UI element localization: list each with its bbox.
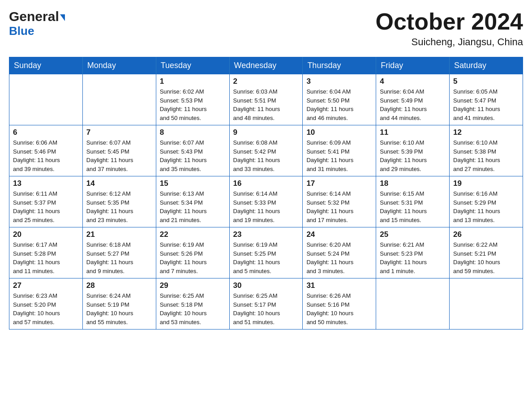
calendar-cell: 24Sunrise: 6:20 AMSunset: 5:24 PMDayligh… (303, 227, 376, 278)
day-number: 29 (160, 281, 226, 290)
day-info: Sunrise: 6:24 AMSunset: 5:19 PMDaylight:… (86, 291, 152, 326)
calendar-title: October 2024 (376, 9, 523, 34)
calendar-cell: 1Sunrise: 6:02 AMSunset: 5:53 PMDaylight… (156, 74, 229, 125)
calendar-cell: 14Sunrise: 6:12 AMSunset: 5:35 PMDayligh… (82, 176, 156, 227)
weekday-header-tuesday: Tuesday (156, 57, 229, 74)
weekday-header-monday: Monday (82, 57, 156, 74)
week-row-5: 27Sunrise: 6:23 AMSunset: 5:20 PMDayligh… (9, 278, 523, 330)
day-number: 16 (233, 179, 299, 188)
week-row-3: 13Sunrise: 6:11 AMSunset: 5:37 PMDayligh… (9, 176, 523, 227)
day-info: Sunrise: 6:25 AMSunset: 5:17 PMDaylight:… (233, 291, 299, 326)
calendar-cell: 12Sunrise: 6:10 AMSunset: 5:38 PMDayligh… (450, 125, 523, 176)
day-number: 24 (306, 230, 372, 239)
day-number: 6 (13, 128, 79, 137)
calendar-cell: 28Sunrise: 6:24 AMSunset: 5:19 PMDayligh… (82, 278, 156, 330)
day-info: Sunrise: 6:18 AMSunset: 5:27 PMDaylight:… (86, 240, 152, 275)
day-info: Sunrise: 6:10 AMSunset: 5:38 PMDaylight:… (453, 138, 519, 173)
day-number: 20 (13, 230, 79, 239)
day-number: 30 (233, 281, 299, 290)
calendar-cell: 13Sunrise: 6:11 AMSunset: 5:37 PMDayligh… (9, 176, 83, 227)
day-number: 18 (380, 179, 446, 188)
day-number: 13 (13, 179, 79, 188)
day-info: Sunrise: 6:20 AMSunset: 5:24 PMDaylight:… (306, 240, 372, 275)
day-info: Sunrise: 6:15 AMSunset: 5:31 PMDaylight:… (380, 189, 446, 224)
day-number: 31 (306, 281, 372, 290)
logo-blue-text: Blue (9, 24, 34, 38)
logo-general-text: General (9, 9, 59, 24)
day-info: Sunrise: 6:19 AMSunset: 5:26 PMDaylight:… (160, 240, 226, 275)
week-row-2: 6Sunrise: 6:06 AMSunset: 5:46 PMDaylight… (9, 125, 523, 176)
day-info: Sunrise: 6:17 AMSunset: 5:28 PMDaylight:… (13, 240, 79, 275)
weekday-header-wednesday: Wednesday (229, 57, 303, 74)
day-info: Sunrise: 6:26 AMSunset: 5:16 PMDaylight:… (306, 291, 372, 326)
day-number: 7 (86, 128, 152, 137)
calendar-cell: 30Sunrise: 6:25 AMSunset: 5:17 PMDayligh… (229, 278, 303, 330)
day-info: Sunrise: 6:06 AMSunset: 5:46 PMDaylight:… (13, 138, 79, 173)
day-number: 5 (453, 77, 519, 86)
calendar-cell: 10Sunrise: 6:09 AMSunset: 5:41 PMDayligh… (303, 125, 376, 176)
calendar-table: SundayMondayTuesdayWednesdayThursdayFrid… (9, 57, 523, 330)
day-info: Sunrise: 6:22 AMSunset: 5:21 PMDaylight:… (453, 240, 519, 275)
day-info: Sunrise: 6:16 AMSunset: 5:29 PMDaylight:… (453, 189, 519, 224)
calendar-cell (82, 74, 156, 125)
title-block: October 2024 Suicheng, Jiangsu, China (376, 9, 523, 48)
day-number: 15 (160, 179, 226, 188)
day-info: Sunrise: 6:08 AMSunset: 5:42 PMDaylight:… (233, 138, 299, 173)
weekday-header-row: SundayMondayTuesdayWednesdayThursdayFrid… (9, 57, 523, 74)
calendar-cell: 16Sunrise: 6:14 AMSunset: 5:33 PMDayligh… (229, 176, 303, 227)
day-info: Sunrise: 6:04 AMSunset: 5:50 PMDaylight:… (306, 87, 372, 122)
calendar-cell (376, 278, 450, 330)
calendar-cell: 29Sunrise: 6:25 AMSunset: 5:18 PMDayligh… (156, 278, 229, 330)
day-number: 14 (86, 179, 152, 188)
calendar-cell: 25Sunrise: 6:21 AMSunset: 5:23 PMDayligh… (376, 227, 450, 278)
calendar-cell: 15Sunrise: 6:13 AMSunset: 5:34 PMDayligh… (156, 176, 229, 227)
day-info: Sunrise: 6:03 AMSunset: 5:51 PMDaylight:… (233, 87, 299, 122)
calendar-cell: 2Sunrise: 6:03 AMSunset: 5:51 PMDaylight… (229, 74, 303, 125)
calendar-cell: 18Sunrise: 6:15 AMSunset: 5:31 PMDayligh… (376, 176, 450, 227)
day-info: Sunrise: 6:07 AMSunset: 5:45 PMDaylight:… (86, 138, 152, 173)
day-number: 25 (380, 230, 446, 239)
week-row-1: 1Sunrise: 6:02 AMSunset: 5:53 PMDaylight… (9, 74, 523, 125)
page-header: General Blue October 2024 Suicheng, Jian… (9, 9, 523, 48)
day-info: Sunrise: 6:19 AMSunset: 5:25 PMDaylight:… (233, 240, 299, 275)
day-number: 21 (86, 230, 152, 239)
day-info: Sunrise: 6:07 AMSunset: 5:43 PMDaylight:… (160, 138, 226, 173)
calendar-cell: 22Sunrise: 6:19 AMSunset: 5:26 PMDayligh… (156, 227, 229, 278)
day-number: 11 (380, 128, 446, 137)
weekday-header-sunday: Sunday (9, 57, 83, 74)
calendar-cell: 6Sunrise: 6:06 AMSunset: 5:46 PMDaylight… (9, 125, 83, 176)
day-number: 17 (306, 179, 372, 188)
day-number: 10 (306, 128, 372, 137)
calendar-cell: 23Sunrise: 6:19 AMSunset: 5:25 PMDayligh… (229, 227, 303, 278)
day-number: 28 (86, 281, 152, 290)
calendar-cell: 5Sunrise: 6:05 AMSunset: 5:47 PMDaylight… (450, 74, 523, 125)
calendar-cell: 27Sunrise: 6:23 AMSunset: 5:20 PMDayligh… (9, 278, 83, 330)
day-info: Sunrise: 6:04 AMSunset: 5:49 PMDaylight:… (380, 87, 446, 122)
calendar-cell: 3Sunrise: 6:04 AMSunset: 5:50 PMDaylight… (303, 74, 376, 125)
calendar-cell: 21Sunrise: 6:18 AMSunset: 5:27 PMDayligh… (82, 227, 156, 278)
day-number: 9 (233, 128, 299, 137)
calendar-cell: 19Sunrise: 6:16 AMSunset: 5:29 PMDayligh… (450, 176, 523, 227)
day-info: Sunrise: 6:23 AMSunset: 5:20 PMDaylight:… (13, 291, 79, 326)
day-info: Sunrise: 6:14 AMSunset: 5:32 PMDaylight:… (306, 189, 372, 224)
day-number: 12 (453, 128, 519, 137)
day-number: 27 (13, 281, 79, 290)
calendar-cell: 20Sunrise: 6:17 AMSunset: 5:28 PMDayligh… (9, 227, 83, 278)
calendar-cell: 4Sunrise: 6:04 AMSunset: 5:49 PMDaylight… (376, 74, 450, 125)
day-number: 2 (233, 77, 299, 86)
calendar-cell: 8Sunrise: 6:07 AMSunset: 5:43 PMDaylight… (156, 125, 229, 176)
day-info: Sunrise: 6:12 AMSunset: 5:35 PMDaylight:… (86, 189, 152, 224)
weekday-header-saturday: Saturday (450, 57, 523, 74)
day-info: Sunrise: 6:02 AMSunset: 5:53 PMDaylight:… (160, 87, 226, 122)
weekday-header-friday: Friday (376, 57, 450, 74)
calendar-subtitle: Suicheng, Jiangsu, China (376, 36, 523, 48)
calendar-cell: 9Sunrise: 6:08 AMSunset: 5:42 PMDaylight… (229, 125, 303, 176)
day-info: Sunrise: 6:09 AMSunset: 5:41 PMDaylight:… (306, 138, 372, 173)
calendar-cell (9, 74, 83, 125)
calendar-cell (450, 278, 523, 330)
day-info: Sunrise: 6:21 AMSunset: 5:23 PMDaylight:… (380, 240, 446, 275)
day-number: 8 (160, 128, 226, 137)
day-number: 4 (380, 77, 446, 86)
day-info: Sunrise: 6:10 AMSunset: 5:39 PMDaylight:… (380, 138, 446, 173)
day-info: Sunrise: 6:11 AMSunset: 5:37 PMDaylight:… (13, 189, 79, 224)
